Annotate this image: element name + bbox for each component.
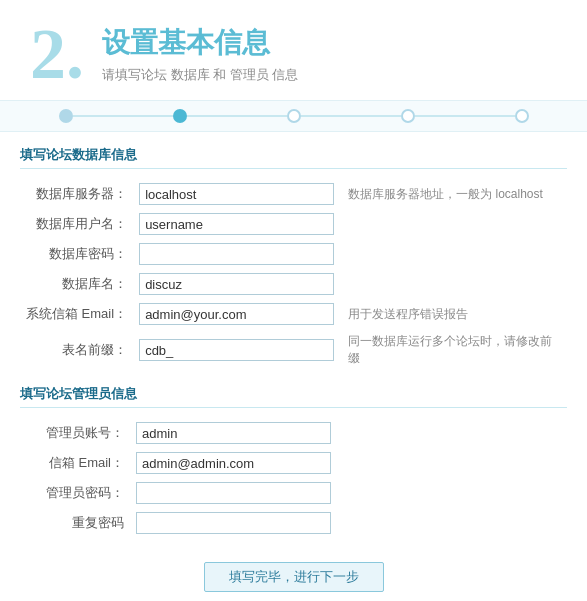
admin-email-hint [337,448,567,478]
progress-line-4 [415,115,515,117]
progress-line-3 [301,115,401,117]
admin-repeat-label: 重复密码 [20,508,130,538]
table-row: 数据库密码： [20,239,567,269]
step-number: 2. [30,18,84,90]
header-text: 设置基本信息 请填写论坛 数据库 和 管理员 信息 [102,24,298,84]
progress-step-1 [59,109,73,123]
table-row: 管理员密码： [20,478,567,508]
admin-repeat-password-input[interactable] [136,512,331,534]
page-title: 设置基本信息 [102,24,298,62]
admin-password-input[interactable] [136,482,331,504]
admin-password-cell [130,478,337,508]
db-email-label: 系统信箱 Email： [20,299,133,329]
table-row: 数据库名： [20,269,567,299]
admin-password-label: 管理员密码： [20,478,130,508]
db-prefix-cell [133,329,340,371]
table-row: 重复密码 [20,508,567,538]
admin-account-cell [130,418,337,448]
db-section-title: 填写论坛数据库信息 [20,146,567,169]
table-row: 数据库服务器： 数据库服务器地址，一般为 localhost [20,179,567,209]
db-user-input[interactable] [139,213,334,235]
db-name-cell [133,269,340,299]
header: 2. 设置基本信息 请填写论坛 数据库 和 管理员 信息 [0,0,587,100]
db-password-cell [133,239,340,269]
admin-account-input[interactable] [136,422,331,444]
admin-account-hint [337,418,567,448]
db-password-hint [340,239,567,269]
db-password-label: 数据库密码： [20,239,133,269]
main-content: 填写论坛数据库信息 数据库服务器： 数据库服务器地址，一般为 localhost… [0,132,587,601]
db-form-table: 数据库服务器： 数据库服务器地址，一般为 localhost 数据库用户名： 数… [20,179,567,371]
db-server-label: 数据库服务器： [20,179,133,209]
db-email-input[interactable] [139,303,334,325]
table-row: 表名前缀： 同一数据库运行多个论坛时，请修改前缀 [20,329,567,371]
db-name-input[interactable] [139,273,334,295]
db-prefix-input[interactable] [139,339,334,361]
table-row: 管理员账号： [20,418,567,448]
page-subtitle: 请填写论坛 数据库 和 管理员 信息 [102,66,298,84]
admin-password-hint [337,478,567,508]
admin-email-cell [130,448,337,478]
admin-repeat-hint [337,508,567,538]
table-row: 数据库用户名： [20,209,567,239]
db-server-hint: 数据库服务器地址，一般为 localhost [340,179,567,209]
admin-account-label: 管理员账号： [20,418,130,448]
db-email-cell [133,299,340,329]
progress-step-5 [515,109,529,123]
admin-email-input[interactable] [136,452,331,474]
progress-line-1 [73,115,173,117]
submit-button[interactable]: 填写完毕，进行下一步 [204,562,384,592]
db-user-cell [133,209,340,239]
db-server-cell [133,179,340,209]
db-user-hint [340,209,567,239]
submit-row: 填写完毕，进行下一步 [20,552,567,600]
db-user-label: 数据库用户名： [20,209,133,239]
db-name-label: 数据库名： [20,269,133,299]
progress-step-3 [287,109,301,123]
progress-step-2 [173,109,187,123]
admin-section-title: 填写论坛管理员信息 [20,385,567,408]
admin-email-label: 信箱 Email： [20,448,130,478]
db-prefix-hint: 同一数据库运行多个论坛时，请修改前缀 [340,329,567,371]
table-row: 系统信箱 Email： 用于发送程序错误报告 [20,299,567,329]
db-name-hint [340,269,567,299]
admin-repeat-cell [130,508,337,538]
progress-step-4 [401,109,415,123]
progress-line-2 [187,115,287,117]
table-row: 信箱 Email： [20,448,567,478]
db-password-input[interactable] [139,243,334,265]
db-email-hint: 用于发送程序错误报告 [340,299,567,329]
progress-bar [0,100,587,132]
db-prefix-label: 表名前缀： [20,329,133,371]
admin-form-table: 管理员账号： 信箱 Email： 管理员密码： 重复密码 [20,418,567,538]
db-server-input[interactable] [139,183,334,205]
